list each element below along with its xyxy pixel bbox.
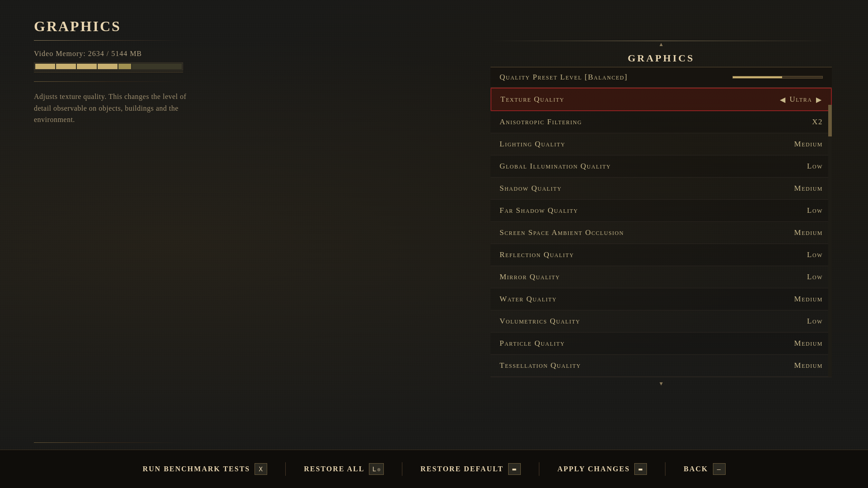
setting-row-shadow-quality[interactable]: Shadow Quality Medium	[491, 178, 832, 200]
run-benchmark-key: X	[255, 463, 267, 475]
scroll-indicator-bottom: ▼	[491, 377, 832, 389]
scroll-track[interactable]	[828, 105, 832, 377]
setting-row-tessellation-quality[interactable]: Tessellation Quality Medium	[491, 355, 832, 377]
setting-row-ssao[interactable]: Screen Space Ambient Occlusion Medium	[491, 222, 832, 244]
arrow-left-texture[interactable]: ◀	[780, 95, 786, 104]
setting-name-ssao: Screen Space Ambient Occlusion	[500, 228, 624, 237]
restore-default-label: Restore Default	[420, 465, 504, 473]
restore-all-action[interactable]: Restore All L ◎	[304, 463, 384, 475]
memory-segment-5	[118, 64, 131, 69]
memory-segment-1	[35, 64, 55, 69]
apply-changes-label: Apply Changes	[557, 465, 630, 473]
panel-header: Graphics	[491, 49, 832, 67]
setting-row-texture-quality[interactable]: Texture Quality ◀ Ultra ▶	[491, 88, 832, 111]
apply-changes-action[interactable]: Apply Changes ▬	[557, 463, 647, 475]
left-panel: Graphics Video Memory: 2634 / 5144 MB Ad…	[34, 18, 260, 126]
setting-name-water-quality: Water Quality	[500, 295, 557, 304]
bottom-left-divider	[34, 442, 183, 443]
setting-name-lighting-quality: Lighting Quality	[500, 140, 566, 149]
setting-name-global-illumination: Global Illumination Quality	[500, 162, 611, 171]
restore-default-key: ▬	[508, 463, 521, 475]
description-text: Adjusts texture quality. This changes th…	[34, 91, 206, 126]
run-benchmark-label: Run Benchmark Tests	[142, 465, 250, 473]
setting-name-anisotropic-filtering: Anisotropic Filtering	[500, 117, 582, 127]
setting-row-global-illumination[interactable]: Global Illumination Quality Low	[491, 155, 832, 178]
right-panel: ▲ Graphics Quality Preset Level [Balance…	[491, 41, 832, 447]
setting-value-shadow-quality: Medium	[794, 184, 823, 193]
setting-value-water-quality: Medium	[794, 295, 823, 304]
setting-row-water-quality[interactable]: Water Quality Medium	[491, 288, 832, 310]
setting-name-particle-quality: Particle Quality	[500, 339, 565, 348]
setting-row-mirror-quality[interactable]: Mirror Quality Low	[491, 266, 832, 288]
video-memory-label: Video Memory: 2634 / 5144 MB	[34, 50, 260, 58]
scroll-chevron-down: ▼	[659, 380, 664, 387]
scroll-indicator-top: ▲	[491, 41, 832, 48]
description-divider	[34, 81, 183, 82]
restore-default-action[interactable]: Restore Default ▬	[420, 463, 521, 475]
setting-name-far-shadow-quality: Far Shadow Quality	[500, 206, 578, 215]
setting-value-global-illumination: Low	[807, 162, 823, 171]
setting-value-texture-quality: ◀ Ultra ▶	[780, 95, 822, 104]
restore-all-key: L ◎	[369, 463, 383, 475]
setting-name-mirror-quality: Mirror Quality	[500, 272, 560, 282]
setting-name-tessellation-quality: Tessellation Quality	[500, 361, 581, 370]
restore-all-label: Restore All	[304, 465, 364, 473]
setting-name-shadow-quality: Shadow Quality	[500, 184, 562, 193]
preset-bar-fill	[733, 76, 782, 78]
page-title: Graphics	[34, 18, 260, 35]
preset-bar-track	[732, 76, 823, 79]
setting-value-volumetrics-quality: Low	[807, 317, 823, 326]
setting-name-texture-quality: Texture Quality	[500, 95, 564, 104]
scroll-chevron-up: ▲	[659, 41, 664, 48]
page-container: Graphics Video Memory: 2634 / 5144 MB Ad…	[0, 0, 868, 488]
run-benchmark-action[interactable]: Run Benchmark Tests X	[142, 463, 267, 475]
setting-name-volumetrics-quality: Volumetrics Quality	[500, 317, 580, 326]
setting-row-lighting-quality[interactable]: Lighting Quality Medium	[491, 133, 832, 155]
apply-changes-key: ▬	[634, 463, 647, 475]
quality-preset-row[interactable]: Quality Preset Level [Balanced]	[491, 67, 832, 88]
setting-row-particle-quality[interactable]: Particle Quality Medium	[491, 333, 832, 355]
memory-bar-underline	[34, 72, 183, 72]
setting-row-reflection-quality[interactable]: Reflection Quality Low	[491, 244, 832, 266]
setting-value-far-shadow-quality: Low	[807, 206, 823, 215]
setting-value-anisotropic-filtering: X2	[812, 117, 823, 127]
setting-value-particle-quality: Medium	[794, 339, 823, 348]
setting-value-lighting-quality: Medium	[794, 140, 823, 149]
quality-preset-bar	[732, 76, 823, 79]
memory-segment-3	[77, 64, 97, 69]
memory-bar	[34, 62, 183, 70]
back-key: —	[713, 463, 726, 475]
title-divider	[34, 40, 183, 41]
panel-header-title: Graphics	[627, 52, 694, 64]
setting-value-reflection-quality: Low	[807, 250, 823, 259]
setting-value-tessellation-quality: Medium	[794, 361, 823, 370]
divider-4	[665, 462, 665, 476]
back-action[interactable]: Back —	[684, 463, 725, 475]
memory-segment-2	[56, 64, 76, 69]
setting-row-far-shadow-quality[interactable]: Far Shadow Quality Low	[491, 200, 832, 222]
settings-list: Texture Quality ◀ Ultra ▶ Anisotropic Fi…	[491, 88, 832, 377]
memory-segment-4	[98, 64, 118, 69]
setting-value-mirror-quality: Low	[807, 272, 823, 282]
back-label: Back	[684, 465, 708, 473]
divider-2	[402, 462, 402, 476]
arrow-right-texture[interactable]: ▶	[816, 95, 822, 104]
setting-value-ssao: Medium	[794, 228, 823, 237]
setting-row-volumetrics-quality[interactable]: Volumetrics Quality Low	[491, 310, 832, 333]
bottom-bar: Run Benchmark Tests X Restore All L ◎ Re…	[0, 450, 868, 488]
memory-segment-empty	[132, 64, 182, 69]
scroll-thumb[interactable]	[828, 105, 832, 136]
quality-preset-label: Quality Preset Level [Balanced]	[500, 73, 627, 82]
setting-name-reflection-quality: Reflection Quality	[500, 250, 574, 259]
setting-row-anisotropic-filtering[interactable]: Anisotropic Filtering X2	[491, 111, 832, 133]
divider-3	[539, 462, 539, 476]
divider-1	[285, 462, 286, 476]
